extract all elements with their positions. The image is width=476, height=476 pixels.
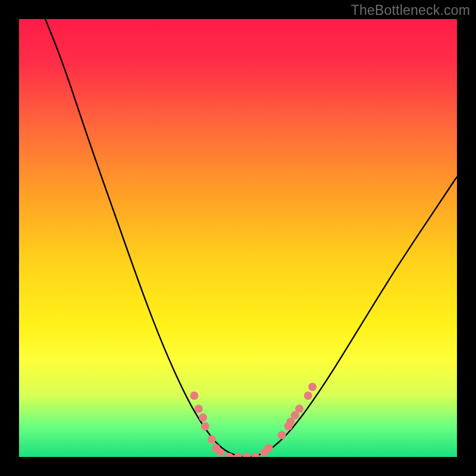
data-points <box>190 383 317 457</box>
data-point <box>278 431 286 439</box>
data-point <box>199 414 207 422</box>
data-point <box>208 436 216 444</box>
data-point <box>190 392 198 400</box>
data-point <box>265 444 273 452</box>
data-point <box>251 453 259 457</box>
data-point <box>304 392 312 400</box>
data-point <box>217 449 225 457</box>
watermark-text: TheBottleneck.com <box>351 2 470 18</box>
data-point <box>243 453 251 457</box>
chart-stage: TheBottleneck.com <box>0 0 476 476</box>
bottleneck-curve <box>45 19 457 457</box>
plot-area <box>19 19 457 457</box>
data-point <box>195 405 203 413</box>
data-point <box>201 422 209 430</box>
data-point <box>308 383 317 391</box>
data-point <box>234 453 242 457</box>
data-point <box>295 405 303 413</box>
chart-curve-layer <box>19 19 457 457</box>
